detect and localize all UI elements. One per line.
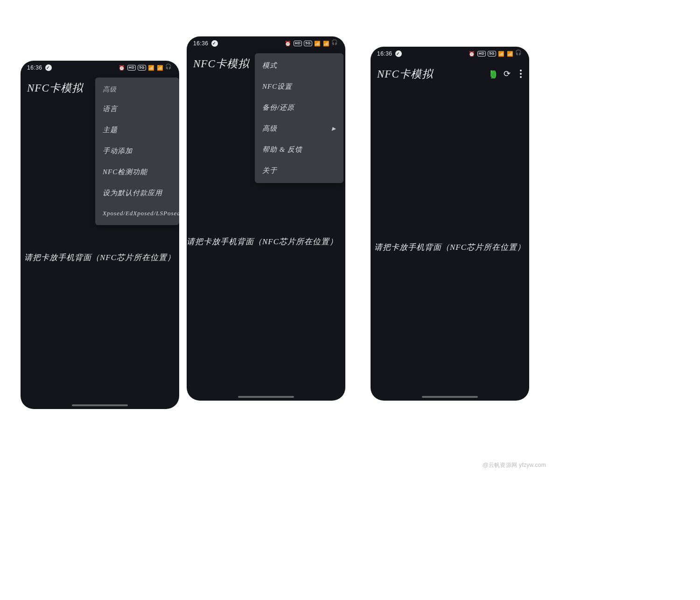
- menu-item-mode[interactable]: 模式: [255, 55, 343, 76]
- menu-item-label: 备份/还原: [262, 103, 294, 112]
- menu-item-nfc-settings[interactable]: NFC设置: [255, 76, 343, 97]
- overflow-menu-button[interactable]: [519, 68, 523, 80]
- phone-screenshot-3: 16:36 ✓ ⏰ HD 5G 📶 📶 NFC卡模拟 ⵏ))) ⟳ 请把卡放手机…: [371, 47, 529, 401]
- menu-item-help-feedback[interactable]: 帮助 & 反馈: [255, 139, 343, 160]
- headset-icon: [331, 41, 339, 46]
- check-icon: ✓: [395, 50, 402, 57]
- nav-bar[interactable]: [72, 404, 128, 406]
- menu-item-label: NFC设置: [262, 82, 292, 91]
- menu-item-label: 模式: [262, 61, 277, 70]
- headset-icon: [515, 51, 523, 56]
- menu-item-default-pay[interactable]: 设为默认付款应用: [95, 183, 179, 204]
- status-time: 16:36: [193, 40, 209, 47]
- alarm-icon: ⏰: [469, 51, 476, 57]
- phone-screenshot-1: 16:36 ✓ ⏰ HD 5G 📶 📶 NFC卡模拟 高级 语言 主题 手动添加…: [21, 61, 179, 409]
- menu-item-about[interactable]: 关于: [255, 160, 343, 181]
- alarm-icon: ⏰: [119, 65, 126, 71]
- chevron-right-icon: ▶: [332, 126, 336, 132]
- hd-badge: HD: [294, 41, 302, 46]
- status-time: 16:36: [377, 50, 392, 57]
- menu-item-language[interactable]: 语言: [95, 99, 179, 120]
- fiveg-badge: 5G: [488, 51, 496, 56]
- nav-bar[interactable]: [238, 396, 294, 398]
- hd-badge: HD: [127, 65, 136, 71]
- menu-item-label: 关于: [262, 166, 277, 175]
- alarm-icon: ⏰: [285, 41, 292, 47]
- menu-item-nfc-detect[interactable]: NFC检测功能: [95, 162, 179, 183]
- menu-item-manual-add[interactable]: 手动添加: [95, 141, 179, 162]
- check-icon: ✓: [45, 64, 52, 71]
- status-bar: 16:36 ✓ ⏰ HD 5G 📶 📶: [21, 61, 179, 75]
- signal-icon: 📶: [314, 41, 321, 47]
- signal-icon: 📶: [148, 65, 155, 71]
- menu-item-theme[interactable]: 主题: [95, 120, 179, 141]
- status-bar: 16:36 ✓ ⏰ HD 5G 📶 📶: [371, 47, 529, 61]
- instruction-text: 请把卡放手机背面（NFC芯片所在位置）: [21, 252, 179, 263]
- app-title: NFC卡模拟: [377, 67, 433, 81]
- menu-item-backup-restore[interactable]: 备份/还原: [255, 97, 343, 118]
- fiveg-badge: 5G: [138, 65, 146, 71]
- watermark: @云帆资源网 yfzyw.com: [483, 461, 546, 469]
- menu-item-label: 帮助 & 反馈: [262, 145, 302, 154]
- instruction-text: 请把卡放手机背面（NFC芯片所在位置）: [371, 242, 529, 253]
- refresh-icon[interactable]: ⟳: [504, 69, 511, 79]
- nfc-signal-icon[interactable]: ⵏ))): [490, 69, 495, 79]
- signal-icon: 📶: [498, 51, 505, 57]
- phone-screenshot-2: 16:36 ✓ ⏰ HD 5G 📶 📶 NFC卡模拟 模式 NFC设置 备份/还…: [187, 36, 345, 401]
- menu-item-label: 高级: [262, 124, 277, 133]
- menu-item-xposed[interactable]: Xposed/EdXposed/LSPosed: [95, 204, 179, 223]
- headset-icon: [165, 65, 173, 71]
- app-title: NFC卡模拟: [27, 81, 83, 95]
- wifi-icon: 📶: [507, 51, 514, 57]
- instruction-text: 请把卡放手机背面（NFC芯片所在位置）: [187, 236, 345, 247]
- fiveg-badge: 5G: [304, 41, 312, 46]
- menu-item-advanced[interactable]: 高级▶: [255, 118, 343, 139]
- app-title: NFC卡模拟: [193, 56, 249, 71]
- wifi-icon: 📶: [323, 41, 330, 47]
- status-time: 16:36: [27, 64, 42, 71]
- app-header: NFC卡模拟 ⵏ))) ⟳: [371, 61, 529, 85]
- hd-badge: HD: [477, 51, 486, 56]
- wifi-icon: 📶: [157, 65, 164, 71]
- submenu-advanced: 高级 语言 主题 手动添加 NFC检测功能 设为默认付款应用 Xposed/Ed…: [95, 78, 179, 225]
- check-icon: ✓: [211, 40, 218, 47]
- submenu-header: 高级: [95, 79, 179, 99]
- status-bar: 16:36 ✓ ⏰ HD 5G 📶 📶: [187, 36, 345, 50]
- nav-bar[interactable]: [422, 396, 478, 398]
- overflow-menu: 模式 NFC设置 备份/还原 高级▶ 帮助 & 反馈 关于: [255, 53, 343, 183]
